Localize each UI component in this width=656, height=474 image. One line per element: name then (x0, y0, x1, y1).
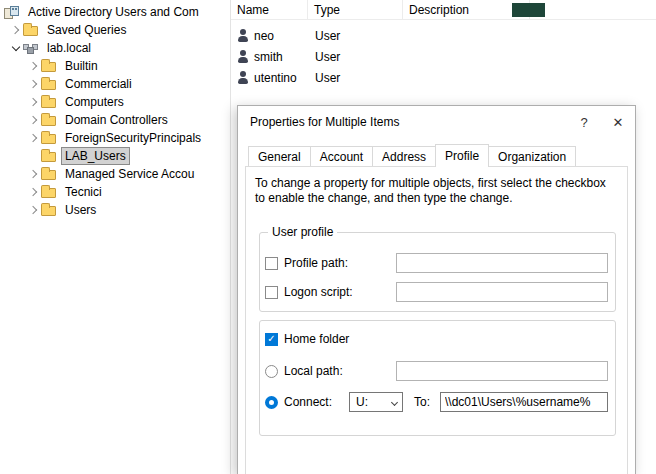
local-path-input[interactable] (396, 361, 608, 381)
connect-label: Connect: (284, 395, 349, 409)
chevron-down-icon (391, 399, 398, 406)
tree-item-root[interactable]: Active Directory Users and Com (0, 3, 230, 21)
aduc-window: Active Directory Users and Com Saved Que… (0, 0, 656, 474)
chevron-right-icon[interactable] (26, 77, 41, 92)
tree-item-domain-controllers[interactable]: Domain Controllers (0, 111, 230, 129)
logon-script-checkbox[interactable] (265, 286, 278, 299)
header-decoration (512, 3, 545, 17)
cell-type: User (308, 29, 403, 43)
chevron-spacer (26, 149, 41, 164)
user-name: neo (254, 29, 274, 43)
folder-icon (23, 26, 38, 36)
tree-item-managed-service-accounts[interactable]: Managed Service Accou (0, 165, 230, 183)
user-icon (237, 71, 249, 84)
local-path-radio[interactable] (265, 365, 278, 378)
properties-dialog: Properties for Multiple Items ? ✕ Genera… (237, 105, 636, 474)
column-header-name[interactable]: Name (231, 0, 308, 19)
folder-icon (41, 62, 56, 72)
chevron-right-icon[interactable] (26, 95, 41, 110)
folder-icon (41, 80, 56, 90)
list-item-utentino[interactable]: utentino User (231, 67, 656, 88)
profile-tab-content: To change a property for multiple object… (245, 166, 628, 474)
tree-item-tecnici[interactable]: Tecnici (0, 183, 230, 201)
chevron-right-icon[interactable] (26, 113, 41, 128)
tree-item-computers[interactable]: Computers (0, 93, 230, 111)
logon-script-input[interactable] (396, 282, 608, 302)
tree-item-label: Builtin (61, 57, 102, 75)
tree-item-label: LAB_Users (61, 147, 130, 165)
local-path-label: Local path: (284, 364, 396, 378)
chevron-right-icon[interactable] (26, 203, 41, 218)
folder-icon (41, 134, 56, 144)
directory-icon (4, 6, 19, 19)
home-folder-group: ✓ Home folder Local path: Connect: U: To… (259, 320, 616, 436)
tree-item-users[interactable]: Users (0, 201, 230, 219)
drive-letter-value: U: (356, 395, 368, 409)
profile-path-input[interactable] (396, 253, 608, 273)
user-profile-group: User profile Profile path: Logon script: (259, 232, 616, 312)
tab-account[interactable]: Account (310, 146, 373, 166)
help-button[interactable]: ? (567, 107, 601, 138)
tree-item-label: lab.local (43, 39, 95, 57)
profile-path-row: Profile path: (265, 253, 608, 273)
chevron-right-icon[interactable] (26, 167, 41, 182)
tree-item-label: Active Directory Users and Com (24, 3, 203, 21)
tree-item-foreign-security-principals[interactable]: ForeignSecurityPrincipals (0, 129, 230, 147)
close-button[interactable]: ✕ (601, 107, 635, 138)
cell-name: utentino (231, 71, 308, 85)
logon-script-row: Logon script: (265, 282, 608, 302)
tree-item-label: Managed Service Accou (61, 165, 198, 183)
user-icon (237, 29, 249, 42)
dialog-titlebar: Properties for Multiple Items ? ✕ (238, 106, 635, 138)
home-folder-row: ✓ Home folder (265, 329, 608, 349)
tab-profile[interactable]: Profile (435, 144, 489, 167)
column-header-type[interactable]: Type (308, 0, 403, 19)
connect-path-input[interactable] (440, 392, 608, 412)
logon-script-label: Logon script: (284, 285, 396, 299)
console-tree: Active Directory Users and Com Saved Que… (0, 0, 231, 474)
cell-type: User (308, 50, 403, 64)
profile-path-checkbox[interactable] (265, 257, 278, 270)
folder-icon (41, 116, 56, 126)
tab-address[interactable]: Address (372, 146, 436, 166)
profile-path-label: Profile path: (284, 256, 396, 270)
drive-letter-dropdown[interactable]: U: (349, 392, 403, 412)
list-item-neo[interactable]: neo User (231, 25, 656, 46)
tree-item-label: Domain Controllers (61, 111, 172, 129)
chevron-down-icon[interactable] (8, 41, 23, 56)
user-name: utentino (254, 71, 297, 85)
tree-item-lab-local[interactable]: lab.local (0, 39, 230, 57)
tree-item-builtin[interactable]: Builtin (0, 57, 230, 75)
cell-type: User (308, 71, 403, 85)
tree-item-label: Tecnici (61, 183, 106, 201)
to-label: To: (414, 395, 436, 409)
user-icon (237, 50, 249, 63)
tree-item-saved-queries[interactable]: Saved Queries (0, 21, 230, 39)
connect-row: Connect: U: To: (265, 392, 608, 412)
tree-item-commerciali[interactable]: Commerciali (0, 75, 230, 93)
chevron-right-icon[interactable] (26, 131, 41, 146)
chevron-right-icon[interactable] (8, 23, 23, 38)
tree-item-label: Saved Queries (43, 21, 130, 39)
home-folder-label: Home folder (284, 332, 396, 346)
tree-item-label: Commerciali (61, 75, 136, 93)
folder-icon (41, 98, 56, 108)
connect-radio[interactable] (265, 396, 278, 409)
list-item-smith[interactable]: smith User (231, 46, 656, 67)
tree-item-label: ForeignSecurityPrincipals (61, 129, 205, 147)
tab-organization[interactable]: Organization (488, 146, 576, 166)
tab-general[interactable]: General (248, 146, 311, 166)
folder-icon (41, 206, 56, 216)
chevron-right-icon[interactable] (26, 59, 41, 74)
folder-icon (41, 170, 56, 180)
local-path-row: Local path: (265, 361, 608, 381)
cell-name: neo (231, 29, 308, 43)
list-rows: neo User smith User utentino User (231, 20, 656, 88)
dialog-title: Properties for Multiple Items (238, 115, 567, 129)
tree-item-lab-users[interactable]: LAB_Users (0, 147, 230, 165)
cell-name: smith (231, 50, 308, 64)
chevron-right-icon[interactable] (26, 185, 41, 200)
home-folder-checkbox[interactable]: ✓ (265, 333, 278, 346)
user-name: smith (254, 50, 283, 64)
column-header-description[interactable]: Description (403, 0, 530, 19)
